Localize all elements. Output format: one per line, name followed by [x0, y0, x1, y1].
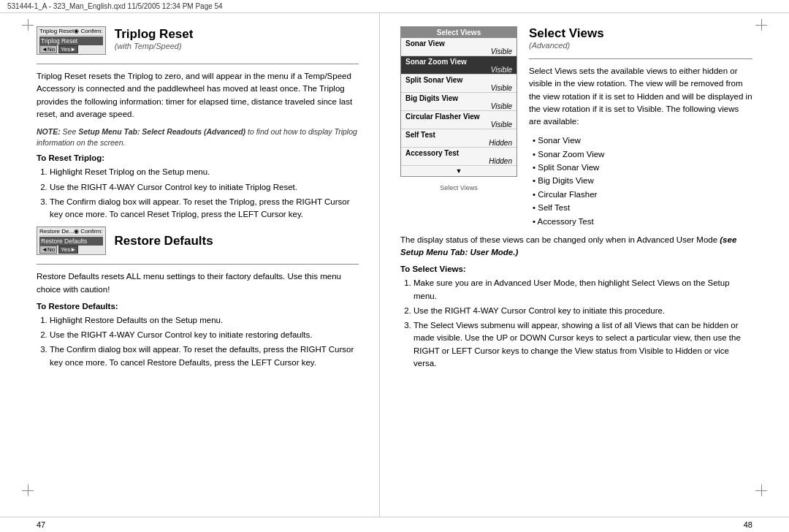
restore-no-btn[interactable]: ◄No — [39, 246, 57, 254]
bullet-sonar-view: Sonar View — [533, 134, 752, 147]
sv-label-self-test: Self Test — [405, 131, 512, 139]
sv-step-1: Make sure you are in Advanced User Mode,… — [413, 277, 752, 303]
bullet-circular: Circular Flasher — [533, 188, 752, 201]
sv-label-circular: Circular Flasher View — [405, 113, 512, 121]
restore-btn-row: ◄No Yes► — [39, 246, 103, 254]
sv-row-split-sonar: Split Sonar View Visible — [401, 75, 517, 93]
restore-ui-box: Restore De... ◉ Confirm: Restore Default… — [37, 227, 106, 255]
select-views-top: Select Views Sonar View Visible Sonar Zo… — [400, 26, 752, 234]
select-views-body1: Select Views sets the available views to… — [529, 65, 752, 128]
triplog-note-bold: NOTE: — [37, 127, 63, 136]
restore-to-heading: To Restore Defaults: — [37, 302, 359, 311]
restore-title: Restore Defaults — [115, 234, 213, 248]
select-views-steps: Make sure you are in Advanced User Mode,… — [400, 277, 752, 370]
select-views-text-col: Select Views (Advanced) Select Views set… — [529, 26, 752, 234]
select-views-bullet-list: Sonar View Sonar Zoom View Split Sonar V… — [529, 134, 752, 228]
sv-row-sonar-view: Sonar View Visible — [401, 38, 517, 56]
triplog-step-1: Highlight Reset Triplog on the Setup men… — [50, 166, 359, 178]
sv-row-self-test: Self Test Hidden — [401, 129, 517, 148]
sv-scroll-indicator: ▼ — [401, 165, 517, 176]
triplog-title: Triplog Reset — [115, 27, 194, 42]
restore-ui-header-row: Restore De... ◉ Confirm: — [39, 228, 103, 236]
triplog-note-text: See Setup Menu Tab: Select Readouts (Adv… — [37, 127, 357, 147]
triplog-no-btn[interactable]: ◄No — [39, 45, 57, 53]
sv-status-accessory: Hidden — [405, 157, 512, 165]
triplog-yes-btn[interactable]: Yes► — [58, 45, 78, 53]
restore-step-3: The Confirm dialog box will appear. To r… — [50, 343, 359, 369]
select-views-divider — [529, 58, 752, 59]
sv-label-accessory: Accessory Test — [405, 149, 512, 157]
triplog-step-2: Use the RIGHT 4-WAY Cursor Control key t… — [50, 181, 359, 194]
triplog-ui-box: Triplog Reset ◉ Confirm: Triplog Reset ◄… — [37, 26, 106, 55]
main-content: Triplog Reset ◉ Confirm: Triplog Reset ◄… — [0, 13, 789, 517]
sv-status-circular: Visible — [405, 121, 512, 129]
sv-label-big-digits: Big Digits View — [405, 94, 512, 102]
sv-label-sonar-zoom: Sonar Zoom View — [405, 58, 512, 66]
header-bar: 531444-1_A - 323_Man_English.qxd 11/5/20… — [0, 0, 789, 13]
triplog-reset-row: Triplog Reset — [39, 37, 103, 45]
sv-row-accessory: Accessory Test Hidden — [401, 148, 517, 165]
select-views-to-heading: To Select Views: — [400, 265, 752, 273]
select-views-body2-text: The display status of these views can be… — [400, 235, 717, 244]
triplog-subtitle: (with Temp/Speed) — [115, 42, 194, 50]
page-number-right: 48 — [744, 520, 752, 529]
triplog-title-block: Triplog Reset (with Temp/Speed) — [115, 27, 194, 55]
restore-ui-label: Restore De... — [39, 228, 74, 235]
select-views-box: Select Views Sonar View Visible Sonar Zo… — [400, 26, 517, 177]
footer: 47 48 — [0, 517, 789, 532]
bullet-big-digits: Big Digits View — [533, 174, 752, 187]
triplog-note: NOTE: See Setup Menu Tab: Select Readout… — [37, 126, 359, 148]
sv-row-sonar-zoom: Sonar Zoom View Visible — [401, 56, 517, 75]
sv-status-split-sonar: Visible — [405, 84, 512, 92]
sv-status-big-digits: Visible — [405, 102, 512, 110]
triplog-divider — [37, 64, 359, 64]
triplog-steps-list: Highlight Reset Triplog on the Setup men… — [37, 166, 359, 221]
sv-status-self-test: Hidden — [405, 139, 512, 147]
bullet-accessory: Accessory Test — [533, 215, 752, 228]
restore-steps-list: Highlight Restore Defaults on the Setup … — [37, 314, 359, 369]
corner-mark-tl — [22, 19, 34, 31]
restore-ui-mockup: Restore De... ◉ Confirm: Restore Default… — [37, 227, 359, 255]
select-views-body2: The display status of these views can be… — [400, 234, 752, 259]
sv-row-big-digits: Big Digits View Visible — [401, 93, 517, 111]
bullet-self-test: Self Test — [533, 201, 752, 214]
restore-step-2: Use the RIGHT 4-WAY Cursor Control key t… — [50, 329, 359, 341]
triplog-to-reset-heading: To Reset Triplog: — [37, 153, 359, 162]
sv-step-3: The Select Views submenu will appear, sh… — [413, 319, 752, 370]
triplog-ui-header-row: Triplog Reset ◉ Confirm: — [39, 28, 103, 36]
bullet-split-sonar: Split Sonar View — [533, 161, 752, 174]
corner-mark-tr — [755, 19, 767, 31]
restore-yes-btn[interactable]: Yes► — [58, 246, 78, 254]
corner-mark-br — [755, 484, 767, 496]
sv-row-circular: Circular Flasher View Visible — [401, 111, 517, 129]
corner-mark-bl — [22, 484, 34, 496]
sv-label-sonar-view: Sonar View — [405, 39, 512, 48]
restore-step-1: Highlight Restore Defaults on the Setup … — [50, 314, 359, 327]
sv-box-header: Select Views — [401, 27, 517, 38]
header-text: 531444-1_A - 323_Man_English.qxd 11/5/20… — [7, 2, 223, 10]
restore-body: Restore Defaults resets ALL menu setting… — [37, 270, 359, 296]
sv-status-sonar-zoom: Visible — [405, 66, 512, 74]
triplog-body: Triplog Reset resets the Triplog to zero… — [37, 70, 359, 121]
select-views-title: Select Views — [529, 26, 752, 41]
triplog-step-3: The Confirm dialog box will appear. To r… — [50, 196, 359, 221]
sv-caption: Select Views — [400, 184, 517, 191]
sv-status-sonar-view: Visible — [405, 48, 512, 56]
select-views-mockup-col: Select Views Sonar View Visible Sonar Zo… — [400, 26, 517, 234]
restore-confirm-label: ◉ Confirm: — [74, 228, 102, 235]
restore-divider — [37, 264, 359, 265]
triplog-btn-row: ◄No Yes► — [39, 45, 103, 53]
triplog-confirm-label: ◉ Confirm: — [74, 28, 102, 34]
restore-defaults-row: Restore Defaults — [39, 237, 103, 246]
left-column: Triplog Reset ◉ Confirm: Triplog Reset ◄… — [0, 13, 380, 517]
page-number-left: 47 — [37, 520, 45, 529]
select-views-subtitle: (Advanced) — [529, 41, 752, 50]
triplog-ui-mockup: Triplog Reset ◉ Confirm: Triplog Reset ◄… — [37, 26, 359, 55]
triplog-ui-label: Triplog Reset — [39, 28, 74, 34]
bullet-sonar-zoom: Sonar Zoom View — [533, 148, 752, 161]
restore-title-block: Restore Defaults — [115, 234, 213, 248]
sv-step-2: Use the RIGHT 4-WAY Cursor Control key t… — [413, 305, 752, 317]
sv-label-split-sonar: Split Sonar View — [405, 76, 512, 84]
right-column: Select Views Sonar View Visible Sonar Zo… — [380, 13, 789, 517]
